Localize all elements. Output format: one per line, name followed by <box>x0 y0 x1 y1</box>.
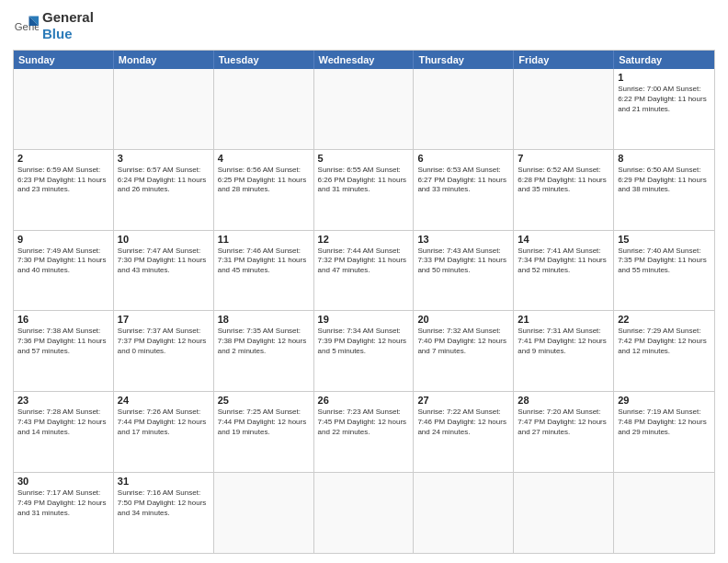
day-number: 16 <box>17 314 109 325</box>
day-number: 9 <box>17 234 109 245</box>
day-number: 10 <box>118 234 210 245</box>
calendar-cell: 8Sunrise: 6:50 AM Sunset: 6:29 PM Daylig… <box>614 150 714 230</box>
calendar-cell: 1Sunrise: 7:00 AM Sunset: 6:22 PM Daylig… <box>614 69 714 149</box>
day-number: 23 <box>17 395 109 406</box>
calendar-header: SundayMondayTuesdayWednesdayThursdayFrid… <box>14 51 714 69</box>
day-number: 18 <box>218 314 310 325</box>
sun-info: Sunrise: 7:26 AM Sunset: 7:44 PM Dayligh… <box>118 408 210 437</box>
page-header: General GeneralBlue <box>13 9 715 42</box>
logo-text: GeneralBlue <box>42 9 94 42</box>
weekday-header-tuesday: Tuesday <box>214 51 314 69</box>
day-number: 26 <box>318 395 410 406</box>
calendar-cell: 17Sunrise: 7:37 AM Sunset: 7:37 PM Dayli… <box>114 311 214 391</box>
calendar-cell <box>314 69 415 149</box>
calendar-cell: 25Sunrise: 7:25 AM Sunset: 7:44 PM Dayli… <box>214 392 314 472</box>
calendar-cell <box>614 473 714 553</box>
sun-info: Sunrise: 7:23 AM Sunset: 7:45 PM Dayligh… <box>318 408 410 437</box>
calendar-cell <box>414 69 514 149</box>
calendar-row-1: 2Sunrise: 6:59 AM Sunset: 6:23 PM Daylig… <box>14 149 714 230</box>
sun-info: Sunrise: 7:29 AM Sunset: 7:42 PM Dayligh… <box>618 327 711 356</box>
day-number: 14 <box>518 234 609 245</box>
calendar-cell: 7Sunrise: 6:52 AM Sunset: 6:28 PM Daylig… <box>514 150 614 230</box>
day-number: 25 <box>218 395 310 406</box>
calendar-cell: 3Sunrise: 6:57 AM Sunset: 6:24 PM Daylig… <box>114 150 214 230</box>
day-number: 12 <box>318 234 410 245</box>
calendar-cell: 4Sunrise: 6:56 AM Sunset: 6:25 PM Daylig… <box>214 150 314 230</box>
calendar-cell: 12Sunrise: 7:44 AM Sunset: 7:32 PM Dayli… <box>314 231 415 311</box>
sun-info: Sunrise: 7:17 AM Sunset: 7:49 PM Dayligh… <box>17 488 109 518</box>
calendar-cell <box>214 473 314 553</box>
sun-info: Sunrise: 6:53 AM Sunset: 6:27 PM Dayligh… <box>417 166 509 195</box>
sun-info: Sunrise: 6:52 AM Sunset: 6:28 PM Dayligh… <box>518 166 609 195</box>
calendar-cell <box>114 69 214 149</box>
weekday-header-thursday: Thursday <box>414 51 514 69</box>
calendar-cell: 26Sunrise: 7:23 AM Sunset: 7:45 PM Dayli… <box>314 392 415 472</box>
sun-info: Sunrise: 7:32 AM Sunset: 7:40 PM Dayligh… <box>417 327 509 356</box>
day-number: 1 <box>618 72 711 83</box>
sun-info: Sunrise: 7:28 AM Sunset: 7:43 PM Dayligh… <box>17 408 109 437</box>
calendar-cell <box>414 473 514 553</box>
weekday-header-wednesday: Wednesday <box>314 51 415 69</box>
sun-info: Sunrise: 7:20 AM Sunset: 7:47 PM Dayligh… <box>518 408 609 437</box>
calendar-row-2: 9Sunrise: 7:49 AM Sunset: 7:30 PM Daylig… <box>14 230 714 311</box>
sun-info: Sunrise: 7:19 AM Sunset: 7:48 PM Dayligh… <box>618 408 711 437</box>
calendar-cell <box>214 69 314 149</box>
day-number: 15 <box>618 234 711 245</box>
day-number: 3 <box>118 153 210 164</box>
day-number: 7 <box>518 153 609 164</box>
sun-info: Sunrise: 7:37 AM Sunset: 7:37 PM Dayligh… <box>118 327 210 356</box>
calendar-cell: 30Sunrise: 7:17 AM Sunset: 7:49 PM Dayli… <box>14 473 114 553</box>
day-number: 17 <box>118 314 210 325</box>
calendar-cell <box>314 473 415 553</box>
day-number: 21 <box>518 314 609 325</box>
calendar-cell: 14Sunrise: 7:41 AM Sunset: 7:34 PM Dayli… <box>514 231 614 311</box>
calendar-cell <box>514 69 614 149</box>
sun-info: Sunrise: 7:25 AM Sunset: 7:44 PM Dayligh… <box>218 408 310 437</box>
calendar-cell <box>514 473 614 553</box>
calendar-cell: 31Sunrise: 7:16 AM Sunset: 7:50 PM Dayli… <box>114 473 214 553</box>
day-number: 27 <box>417 395 509 406</box>
calendar-cell: 18Sunrise: 7:35 AM Sunset: 7:38 PM Dayli… <box>214 311 314 391</box>
day-number: 29 <box>618 395 711 406</box>
calendar-cell: 2Sunrise: 6:59 AM Sunset: 6:23 PM Daylig… <box>14 150 114 230</box>
logo: General GeneralBlue <box>13 9 94 42</box>
calendar-cell: 16Sunrise: 7:38 AM Sunset: 7:36 PM Dayli… <box>14 311 114 391</box>
sun-info: Sunrise: 7:31 AM Sunset: 7:41 PM Dayligh… <box>518 327 609 356</box>
sun-info: Sunrise: 6:59 AM Sunset: 6:23 PM Dayligh… <box>17 166 109 195</box>
sun-info: Sunrise: 6:56 AM Sunset: 6:25 PM Dayligh… <box>218 166 310 195</box>
calendar-cell: 21Sunrise: 7:31 AM Sunset: 7:41 PM Dayli… <box>514 311 614 391</box>
sun-info: Sunrise: 7:16 AM Sunset: 7:50 PM Dayligh… <box>118 488 210 518</box>
calendar-cell: 9Sunrise: 7:49 AM Sunset: 7:30 PM Daylig… <box>14 231 114 311</box>
calendar-cell: 19Sunrise: 7:34 AM Sunset: 7:39 PM Dayli… <box>314 311 415 391</box>
sun-info: Sunrise: 7:49 AM Sunset: 7:30 PM Dayligh… <box>17 247 109 276</box>
day-number: 31 <box>118 476 210 487</box>
calendar-row-3: 16Sunrise: 7:38 AM Sunset: 7:36 PM Dayli… <box>14 310 714 391</box>
calendar-cell: 29Sunrise: 7:19 AM Sunset: 7:48 PM Dayli… <box>614 392 714 472</box>
day-number: 13 <box>417 234 509 245</box>
sun-info: Sunrise: 6:50 AM Sunset: 6:29 PM Dayligh… <box>618 166 711 195</box>
sun-info: Sunrise: 7:40 AM Sunset: 7:35 PM Dayligh… <box>618 247 711 276</box>
sun-info: Sunrise: 7:38 AM Sunset: 7:36 PM Dayligh… <box>17 327 109 356</box>
sun-info: Sunrise: 7:00 AM Sunset: 6:22 PM Dayligh… <box>618 85 711 114</box>
sun-info: Sunrise: 7:47 AM Sunset: 7:30 PM Dayligh… <box>118 247 210 276</box>
calendar: SundayMondayTuesdayWednesdayThursdayFrid… <box>13 50 715 554</box>
day-number: 24 <box>118 395 210 406</box>
calendar-cell <box>14 69 114 149</box>
sun-info: Sunrise: 7:43 AM Sunset: 7:33 PM Dayligh… <box>417 247 509 276</box>
day-number: 22 <box>618 314 711 325</box>
calendar-cell: 24Sunrise: 7:26 AM Sunset: 7:44 PM Dayli… <box>114 392 214 472</box>
calendar-cell: 20Sunrise: 7:32 AM Sunset: 7:40 PM Dayli… <box>414 311 514 391</box>
calendar-cell: 15Sunrise: 7:40 AM Sunset: 7:35 PM Dayli… <box>614 231 714 311</box>
calendar-row-4: 23Sunrise: 7:28 AM Sunset: 7:43 PM Dayli… <box>14 391 714 472</box>
day-number: 2 <box>17 153 109 164</box>
calendar-cell: 28Sunrise: 7:20 AM Sunset: 7:47 PM Dayli… <box>514 392 614 472</box>
day-number: 8 <box>618 153 711 164</box>
sun-info: Sunrise: 7:22 AM Sunset: 7:46 PM Dayligh… <box>417 408 509 437</box>
weekday-header-monday: Monday <box>114 51 214 69</box>
sun-info: Sunrise: 7:46 AM Sunset: 7:31 PM Dayligh… <box>218 247 310 276</box>
weekday-header-saturday: Saturday <box>614 51 714 69</box>
day-number: 5 <box>318 153 410 164</box>
weekday-header-sunday: Sunday <box>14 51 114 69</box>
weekday-header-friday: Friday <box>514 51 614 69</box>
sun-info: Sunrise: 7:35 AM Sunset: 7:38 PM Dayligh… <box>218 327 310 356</box>
